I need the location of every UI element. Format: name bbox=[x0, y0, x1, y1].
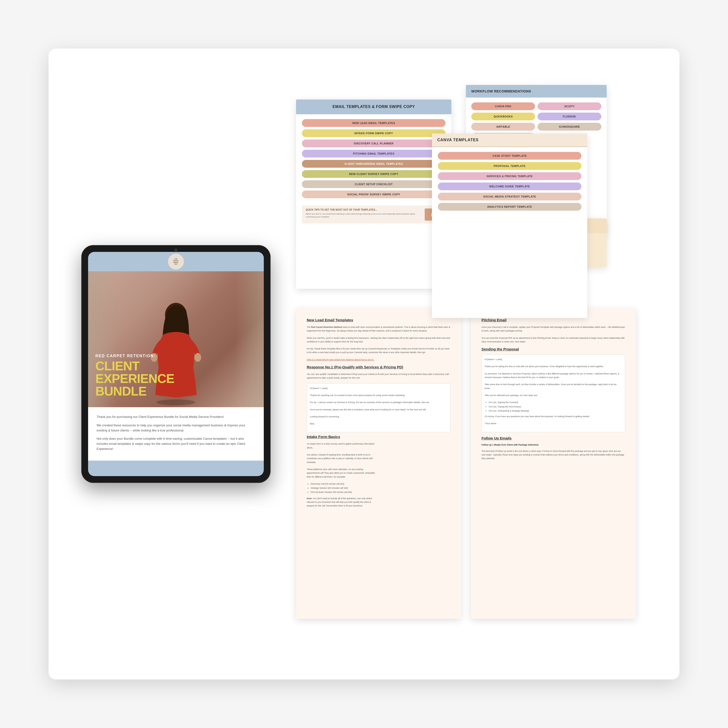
email-template-box: Hi [Name + Lasts], Thanks for reaching o… bbox=[307, 384, 450, 433]
section-intro: The Red Carpet Retention Method starts &… bbox=[307, 326, 450, 333]
quick-tips-title: Quick tips to get the most out of your t… bbox=[306, 208, 442, 211]
list-item: ANALYTICS REPORT TEMPLATE bbox=[438, 203, 581, 211]
doc-header: EMAIL TEMPLATES & FORM SWIPE COPY bbox=[296, 99, 451, 114]
tablet-device: THESOCIALMEDIACEO bbox=[81, 245, 271, 483]
email-body-1: Thanks for reaching out! I'm excited to … bbox=[310, 394, 447, 397]
screen-title: CLIENT EXPERIENCE BUNDLE bbox=[95, 359, 257, 398]
tablet-camera-dot bbox=[174, 248, 177, 251]
svg-point-4 bbox=[156, 399, 195, 405]
response-body: You can "pre-qualify" candidates to dete… bbox=[307, 373, 450, 380]
response-title: Response No.1 (Pre-Qualify with Services… bbox=[307, 365, 450, 369]
canva-title: CANVA TEMPLATES bbox=[437, 138, 582, 142]
workflow-item: CANVA PRO bbox=[471, 102, 535, 110]
list-item: INTAKE FORM SWIPE COPY bbox=[302, 129, 445, 137]
list-item: SOCIAL PROOF SURVEY SWIPE COPY bbox=[302, 191, 445, 198]
email-body-3: Once you've reviewed, please see this li… bbox=[310, 408, 447, 411]
section-title-new-lead: New Lead Email Templates bbox=[307, 318, 450, 322]
workflow-item: AIRTABLE bbox=[471, 123, 535, 130]
doc-title: EMAIL TEMPLATES & FORM SWIPE COPY bbox=[302, 104, 445, 109]
list-item: SOCIAL MEDIA STRATEGY TEMPLATE bbox=[438, 193, 581, 200]
email-body-2: Pro tip: I call you review my Services &… bbox=[310, 401, 447, 404]
followup-title: Follow Up Emails bbox=[482, 436, 625, 440]
text-content-right: Pitching Email Once your Discovery Call … bbox=[471, 308, 636, 474]
proposal-email-box: Hi [Name + Lasts], Thank you for taking … bbox=[482, 355, 625, 432]
pitching-intro: Once your Discovery Call is complete, up… bbox=[482, 326, 625, 333]
list-item: NEW CLIENT SURVEY SWIPE COPY bbox=[302, 170, 445, 178]
workflow-item: FLODESK bbox=[537, 113, 601, 120]
text-doc-left: New Lead Email Templates The Red Carpet … bbox=[296, 308, 461, 619]
list-item: NEW LEAD EMAIL TEMPLATES bbox=[302, 119, 445, 127]
list-item: PITCHING EMAIL TEMPLATES bbox=[302, 150, 445, 158]
list-item: PROPOSAL TEMPLATE bbox=[438, 162, 581, 170]
tablet-screen: THESOCIALMEDIACEO bbox=[88, 252, 264, 476]
list-item: CASE STUDY TEMPLATE bbox=[438, 152, 581, 160]
col-left: Intake Form Basics An intake form is a s… bbox=[307, 434, 375, 511]
quick-tips-section: ▶ Quick tips to get the most out of your… bbox=[302, 205, 445, 223]
list-item: DISCOVERY CALL PLANNER bbox=[302, 139, 445, 147]
intake-title: Intake Form Basics bbox=[307, 434, 375, 439]
proposal-body3: Take some time to look through each, as … bbox=[485, 383, 622, 390]
proposal-sign: *Your Name bbox=[485, 422, 622, 425]
screen-topbar: THESOCIALMEDIACEO bbox=[88, 252, 264, 271]
intake-list: Discovery Call (20-minute call slot) Str… bbox=[307, 482, 375, 494]
canva-header: CANVA TEMPLATES bbox=[432, 133, 587, 147]
section-body1: When you nail this, you'll in doubt make… bbox=[307, 336, 450, 344]
screen-text-overlay: Red Carpet Retention: CLIENT EXPERIENCE … bbox=[95, 354, 257, 398]
workflow-header: WORKFLOW RECOMMENDATIONS bbox=[466, 85, 607, 98]
pitching-title: Pitching Email bbox=[482, 318, 625, 322]
section-link[interactable]: Here is a great step-by-step article fro… bbox=[307, 358, 450, 362]
screen-hero: Red Carpet Retention: CLIENT EXPERIENCE … bbox=[88, 271, 264, 407]
sending-title: Sending the Proposal bbox=[482, 347, 625, 351]
intake-note: Note: You don't need to include all of t… bbox=[307, 497, 375, 508]
proposal-body1: Thank you for taking the time to chat wi… bbox=[485, 365, 622, 369]
logo-circle: THESOCIALMEDIACEO bbox=[167, 253, 184, 270]
screen-desc-2: We created these resources to help you o… bbox=[96, 423, 255, 433]
proposal-body2: As promised, I've attached a Services Pr… bbox=[485, 372, 622, 379]
proposal-greeting: Hi [Name + Lasts], bbox=[485, 358, 622, 361]
screen-desc-1: Thank you for purchasing our Client Expe… bbox=[96, 414, 255, 419]
text-content-left: New Lead Email Templates The Red Carpet … bbox=[296, 308, 461, 521]
email-greeting: Hi [Name + Lasts], bbox=[310, 387, 447, 390]
documents-section: EMAIL TEMPLATES & FORM SWIPE COPY NEW LE… bbox=[296, 85, 655, 643]
proposal-next-steps: After you've selected your package, our … bbox=[485, 394, 622, 397]
screen-subtitle: Red Carpet Retention: bbox=[95, 354, 257, 358]
doc-items-list: NEW LEAD EMAIL TEMPLATES INTAKE FORM SWI… bbox=[296, 114, 451, 203]
list-item: CLIENT ONBOARDING EMAIL TEMPLATES bbox=[302, 160, 445, 168]
list-item: WELCOME GUIDE TEMPLATE bbox=[438, 182, 581, 190]
intake-body: An intake form is a short survey used to… bbox=[307, 442, 375, 450]
followup-subtitle: Follow up 1 (Reply from Client with Pack… bbox=[482, 444, 625, 446]
main-card: THESOCIALMEDIACEO bbox=[49, 49, 679, 679]
tablet-section: THESOCIALMEDIACEO bbox=[73, 245, 279, 483]
proposal-closing1: Of course, if you have any questions you… bbox=[485, 415, 622, 418]
content-layout: THESOCIALMEDIACEO bbox=[73, 73, 655, 655]
screen-desc-3: Not only does your Bundle come complete … bbox=[96, 436, 255, 451]
text-doc-right: Pitching Email Once your Discovery Call … bbox=[471, 308, 636, 619]
email-templates-doc: EMAIL TEMPLATES & FORM SWIPE COPY NEW LE… bbox=[296, 99, 451, 289]
logo-text: THESOCIALMEDIACEO bbox=[173, 258, 179, 265]
workflow-item: QUICKBOOKS bbox=[471, 113, 535, 120]
followup-body: The best kind of follow up email is the … bbox=[482, 450, 625, 460]
workflow-item: ACUITY bbox=[537, 102, 601, 110]
email-sign: Best, bbox=[310, 422, 447, 426]
section-body2: Pro tip: Tweak these template files to f… bbox=[307, 347, 450, 355]
email-closing: Looking forward to connecting, bbox=[310, 415, 447, 419]
pitching-body2: You can send the Proposal PDF as an atta… bbox=[482, 336, 625, 344]
quick-tips-text: Before you dive in, we recommend watchin… bbox=[306, 213, 442, 219]
workflow-item: ICONOSQUARE bbox=[537, 123, 601, 130]
proposal-steps-list: XXX (ex. Signing the Contract) XXX (ex. … bbox=[485, 401, 622, 413]
tablet-camera-area bbox=[174, 248, 177, 251]
screen-bottom: Thank you for purchasing our Client Expe… bbox=[88, 407, 264, 460]
list-item: CLIENT SETUP CHECKLIST bbox=[302, 180, 445, 188]
list-item: SERVICES & PRICING TEMPLATE bbox=[438, 172, 581, 180]
page-container: THESOCIALMEDIACEO bbox=[0, 0, 728, 728]
intake-body2: Our advice: instead of wasting time, ema… bbox=[307, 453, 375, 464]
two-col-section: Intake Form Basics An intake form is a s… bbox=[307, 434, 450, 511]
canva-items-list: CASE STUDY TEMPLATE PROPOSAL TEMPLATE SE… bbox=[432, 147, 587, 216]
workflow-title: WORKFLOW RECOMMENDATIONS bbox=[471, 89, 601, 93]
intake-body3: These platforms sync with most calendars… bbox=[307, 468, 375, 479]
canva-templates-doc: CANVA TEMPLATES CASE STUDY TEMPLATE PROP… bbox=[432, 133, 587, 318]
